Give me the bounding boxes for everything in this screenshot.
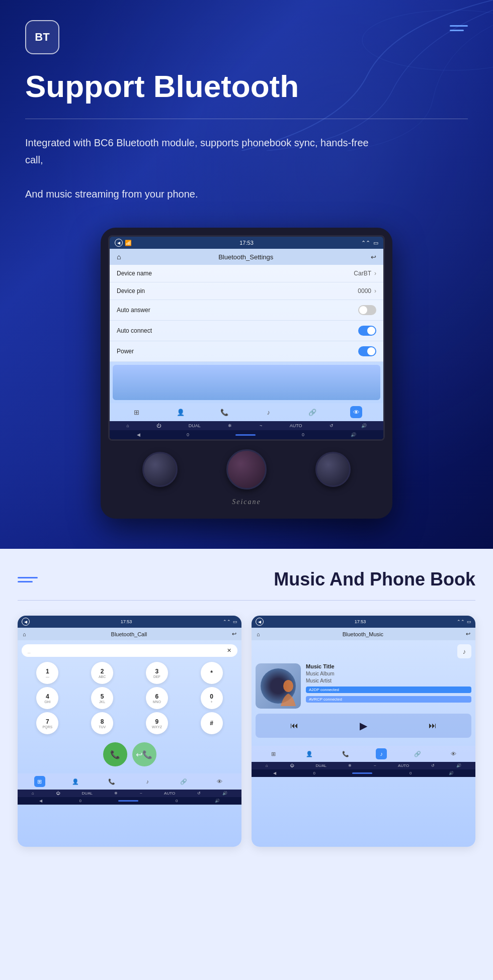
phone-nav-grid[interactable]: ⊞ (34, 776, 45, 787)
status-time: 17:53 (239, 240, 254, 246)
prev-button[interactable]: ⏮ (260, 719, 329, 732)
next-button[interactable]: ⏭ (398, 719, 467, 732)
screen-back-btn[interactable]: ◀ (115, 239, 123, 247)
phone-ac-vol[interactable]: 🔊 (215, 799, 220, 803)
dial-btn-1[interactable]: 1 — (36, 662, 58, 684)
redial-button[interactable]: ↩📞 (132, 742, 156, 766)
bottom-menu-icon[interactable] (18, 577, 38, 582)
dial-btn-0[interactable]: 0 + (201, 687, 223, 709)
music-nav-user[interactable]: 👤 (304, 748, 315, 759)
ctrl-dual[interactable]: DUAL (189, 423, 201, 428)
ctrl-power[interactable]: ⏻ (156, 423, 161, 428)
phone-nav-user[interactable]: 👤 (70, 776, 81, 787)
call-button[interactable]: 📞 (103, 742, 127, 766)
album-art-figure (278, 678, 298, 709)
music-ctrl-recycle[interactable]: ↺ (431, 763, 435, 768)
phone-ctrl-power[interactable]: ⏻ (56, 791, 60, 796)
dial-btn-5[interactable]: 5 JKL (91, 687, 113, 709)
phone-ctrl-recycle[interactable]: ↺ (197, 791, 201, 796)
dial-left[interactable] (142, 452, 178, 487)
home-icon[interactable]: ⌂ (117, 253, 121, 261)
nav-grid-icon[interactable]: ⊞ (131, 406, 143, 418)
ac-vol-icon[interactable]: 🔊 (351, 432, 356, 437)
power-toggle[interactable] (358, 346, 376, 356)
dial-center[interactable] (226, 449, 267, 489)
dial-btn-star[interactable]: * (201, 662, 223, 684)
phone-ctrl-fan[interactable]: ~ (140, 791, 142, 796)
ctrl-recycle[interactable]: ↺ (330, 423, 334, 428)
phone-nav-eye[interactable]: 👁 (214, 776, 225, 787)
music-ac-vol[interactable]: 🔊 (449, 771, 454, 775)
menu-icon[interactable] (450, 20, 468, 31)
dialer-clear-icon[interactable]: ✕ (227, 647, 231, 654)
music-note-button[interactable]: ♪ (457, 644, 471, 658)
music-back-icon[interactable]: ↩ (466, 631, 470, 637)
music-ctrl-home[interactable]: ⌂ (266, 763, 268, 768)
music-ctrl-power[interactable]: ⏻ (290, 763, 294, 768)
ctrl-auto[interactable]: AUTO (290, 423, 302, 428)
music-ac-slider[interactable] (352, 772, 372, 774)
music-nav-eye[interactable]: 👁 (448, 748, 459, 759)
dial-btn-3[interactable]: 3 DEF (146, 662, 168, 684)
music-nav-music[interactable]: ♪ (376, 748, 387, 759)
brand-label: Seicane (108, 496, 385, 511)
phone-ac-back[interactable]: ◀ (39, 799, 42, 803)
music-ctrl-snow[interactable]: ❄ (348, 763, 352, 768)
nav-user-icon[interactable]: 👤 (175, 406, 187, 418)
phone-back-icon[interactable]: ↩ (232, 631, 236, 637)
phone-arrows-icon: ⌃⌃ (223, 619, 231, 624)
music-ac-back[interactable]: ◀ (273, 771, 276, 775)
dial-btn-hash[interactable]: # (201, 712, 223, 734)
dial-btn-7[interactable]: 7 PQRS (36, 712, 58, 734)
phone-home-icon[interactable]: ⌂ (23, 631, 26, 637)
dial-btn-2[interactable]: 2 ABC (91, 662, 113, 684)
phone-ctrl-vol[interactable]: 🔊 (222, 791, 227, 796)
nav-link-icon[interactable]: 🔗 (306, 406, 318, 418)
dial-4-main: 4 (46, 693, 49, 700)
music-nav-link[interactable]: 🔗 (412, 748, 423, 759)
dial-3-main: 3 (155, 668, 159, 675)
dial-2-main: 2 (101, 668, 104, 675)
nav-eye-icon[interactable]: 👁 (350, 406, 362, 418)
ac-slider[interactable] (235, 434, 256, 436)
ctrl-snowflake[interactable]: ❄ (228, 423, 232, 428)
music-screen-card: ◀ 17:53 ⌃⌃ ▭ ⌂ Bluetooth_Music ↩ ♪ (252, 616, 475, 847)
phone-back-btn[interactable]: ◀ (22, 618, 30, 626)
dial-btn-6[interactable]: 6 MNO (146, 687, 168, 709)
phone-ctrl-home[interactable]: ⌂ (32, 791, 34, 796)
music-arrows-icon: ⌃⌃ (457, 619, 465, 624)
phone-ctrl-snow[interactable]: ❄ (114, 791, 118, 796)
phone-nav-call[interactable]: 📞 (106, 776, 117, 787)
dial-right[interactable] (315, 452, 351, 487)
dial-btn-4[interactable]: 4 GHI (36, 687, 58, 709)
auto-answer-toggle[interactable] (358, 305, 376, 315)
music-nav-grid[interactable]: ⊞ (268, 748, 279, 759)
ctrl-vol[interactable]: 🔊 (361, 423, 367, 428)
nav-phone-icon[interactable]: 📞 (218, 406, 230, 418)
dialer-input[interactable]: _ ✕ (22, 644, 237, 657)
music-ctrl-fan[interactable]: ~ (374, 763, 376, 768)
ac-temp-left: 0 (187, 432, 189, 437)
back-icon[interactable]: ↩ (371, 253, 376, 261)
music-nav-bar: ⊞ 👤 📞 ♪ 🔗 👁 (252, 746, 475, 762)
music-ctrl-vol[interactable]: 🔊 (456, 763, 461, 768)
phone-nav-link[interactable]: 🔗 (178, 776, 189, 787)
setting-row-auto-connect: Auto connect (110, 321, 383, 341)
phone-nav-music[interactable]: ♪ (142, 776, 153, 787)
play-button[interactable]: ▶ (329, 718, 398, 734)
phone-ac-slider[interactable] (118, 800, 138, 802)
music-home-icon[interactable]: ⌂ (257, 631, 260, 637)
dial-btn-9[interactable]: 9 WXYZ (146, 712, 168, 734)
nav-music-icon[interactable]: ♪ (263, 406, 275, 418)
phone-header: ⌂ Bluetooth_Call ↩ (18, 628, 241, 640)
hero-description: Integrated with BC6 Bluetooth module, su… (25, 134, 377, 203)
ac-back-btn[interactable]: ◀ (137, 432, 140, 437)
ctrl-home[interactable]: ⌂ (126, 423, 129, 428)
auto-connect-toggle[interactable] (358, 326, 376, 336)
phone-ac-0-r: 0 (176, 799, 178, 803)
ctrl-fan[interactable]: ~ (260, 423, 262, 428)
music-battery-icon: ▭ (467, 619, 471, 624)
dial-btn-8[interactable]: 8 TUV (91, 712, 113, 734)
music-nav-call[interactable]: 📞 (340, 748, 351, 759)
music-back-btn[interactable]: ◀ (256, 618, 264, 626)
